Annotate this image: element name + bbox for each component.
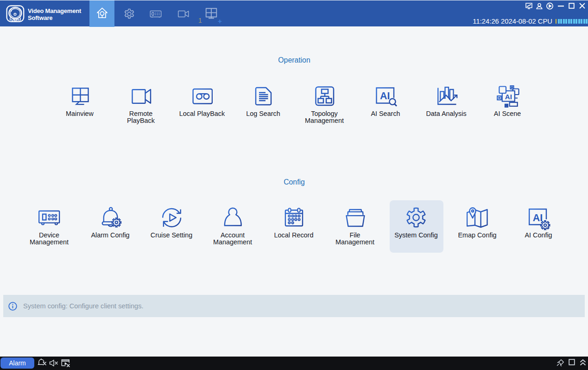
svg-text:AI: AI	[380, 90, 390, 102]
svg-text:AI: AI	[533, 212, 543, 223]
svg-text:VMS: VMS	[11, 18, 20, 23]
svg-text:AI: AI	[505, 93, 512, 101]
